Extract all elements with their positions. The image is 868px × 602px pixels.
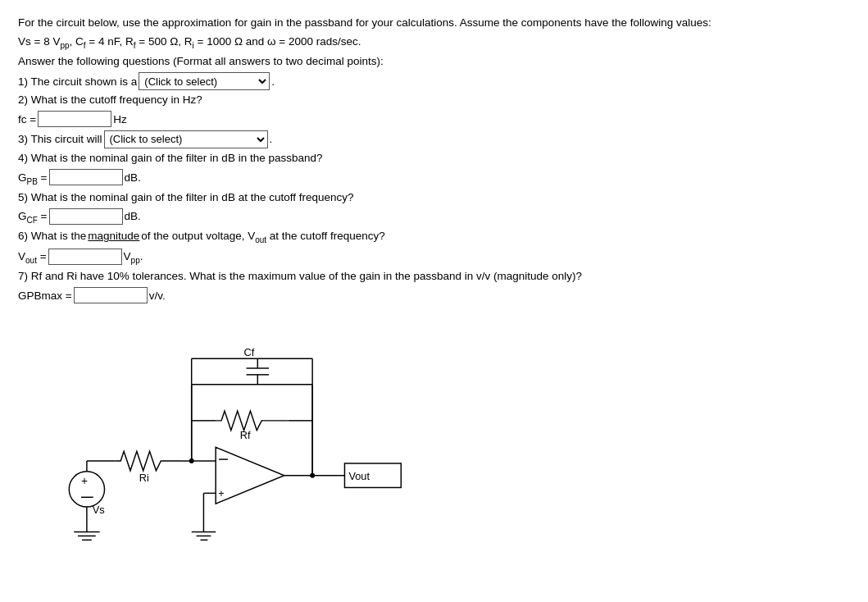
q2-text: 2) What is the cutoff frequency in Hz?: [18, 93, 202, 106]
q3-line: 3) This circuit will (Click to select) a…: [18, 130, 850, 148]
gcf-input[interactable]: [49, 208, 123, 225]
q7-label: GPBmax =: [18, 288, 72, 305]
q1-line: 1) The circuit shown is a (Click to sele…: [18, 72, 850, 90]
q6-post: of the output voltage, Vout at the cutof…: [141, 228, 384, 246]
intro-text: For the circuit below, use the approxima…: [18, 15, 850, 32]
q2-line: 2) What is the cutoff frequency in Hz?: [18, 92, 850, 109]
q7-unit: v/v.: [149, 288, 166, 305]
values-line: Vs = 8 Vpp, Cf = 4 nF, Rf = 500 Ω, Ri = …: [18, 34, 850, 52]
q5-line: 5) What is the nominal gain of the filte…: [18, 189, 850, 207]
format-line: Answer the following questions (Format a…: [18, 53, 850, 71]
q6-line: 6) What is the magnitude of the output v…: [18, 228, 850, 246]
circuit-diagram: +VsRi+VoutCfRf: [34, 320, 510, 558]
q2-label: fc =: [18, 112, 36, 129]
q7-text: 7) Rf and Ri have 10% tolerances. What i…: [18, 270, 582, 282]
q3-text: 3) This circuit will: [18, 131, 102, 148]
q2-input-line: fc = Hz: [18, 111, 850, 128]
q5-label: GCF =: [18, 208, 48, 226]
fc-input[interactable]: [38, 111, 111, 127]
q7-input-line: GPBmax = v/v.: [18, 287, 850, 304]
svg-text:Vout: Vout: [348, 469, 370, 481]
svg-marker-14: [216, 447, 284, 504]
format-text: Answer the following questions (Format a…: [18, 55, 384, 67]
vs-value: Vs = 8 Vpp, Cf = 4 nF, Rf = 500 Ω, Ri = …: [18, 35, 361, 48]
q5-input-line: GCF = dB.: [18, 208, 850, 227]
q4-label: GPB =: [18, 170, 48, 188]
q6-underline: magnitude: [88, 228, 139, 245]
vout-input[interactable]: [48, 249, 122, 265]
gpbmax-input[interactable]: [74, 287, 148, 303]
q2-unit: Hz: [113, 112, 127, 129]
q7-line: 7) Rf and Ri have 10% tolerances. What i…: [18, 268, 850, 285]
gpb-input[interactable]: [49, 169, 123, 185]
svg-text:Vs: Vs: [93, 504, 105, 516]
svg-text:Rf: Rf: [240, 429, 251, 441]
q4-unit: dB.: [125, 170, 141, 187]
q1-dot: .: [271, 74, 275, 91]
q4-text: 4) What is the nominal gain of the filte…: [18, 152, 322, 164]
svg-text:+: +: [218, 487, 224, 499]
q4-input-line: GPB = dB.: [18, 169, 850, 188]
intro-line1: For the circuit below, use the approxima…: [18, 16, 711, 29]
q4-line: 4) What is the nominal gain of the filte…: [18, 150, 850, 167]
q3-dot: .: [270, 131, 273, 148]
q5-text: 5) What is the nominal gain of the filte…: [18, 191, 353, 203]
q1-select[interactable]: (Click to select) Low-pass filter High-p…: [139, 72, 270, 90]
svg-text:+: +: [81, 474, 88, 486]
q3-select[interactable]: (Click to select) amplify attenuate not …: [104, 130, 268, 148]
q6-label: Vout =: [18, 249, 47, 267]
q5-unit: dB.: [125, 208, 141, 226]
problem-container: For the circuit below, use the approxima…: [18, 15, 850, 305]
q6-unit: Vpp.: [124, 249, 143, 267]
q6-pre: 6) What is the: [18, 228, 86, 245]
svg-text:Ri: Ri: [139, 471, 149, 483]
q1-text: 1) The circuit shown is a: [18, 74, 137, 91]
q6-input-line: Vout = Vpp.: [18, 249, 850, 267]
svg-text:Cf: Cf: [244, 346, 255, 358]
circuit-svg: +VsRi+VoutCfRf: [34, 320, 510, 558]
